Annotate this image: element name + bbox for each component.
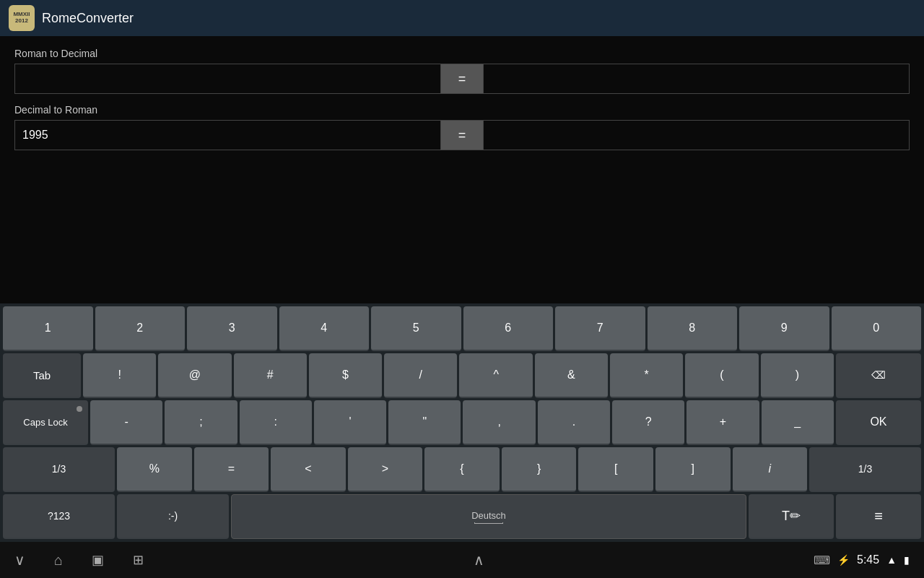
- key-9[interactable]: 9: [739, 306, 829, 351]
- usb-icon: ⚡: [837, 554, 850, 566]
- key-dollar[interactable]: $: [309, 353, 382, 398]
- nav-recent-icon[interactable]: ▣: [92, 552, 104, 568]
- roman-to-decimal-row: =: [14, 64, 910, 94]
- keyboard-row-symbols2: Caps Lock - ; : ' " , . ? + _ OK: [3, 400, 921, 445]
- decimal-output[interactable]: [484, 64, 910, 94]
- key-smiley[interactable]: :-): [117, 494, 229, 539]
- key-tab[interactable]: Tab: [3, 353, 81, 398]
- key-6[interactable]: 6: [463, 306, 554, 351]
- key-5[interactable]: 5: [371, 306, 461, 351]
- key-ok[interactable]: OK: [836, 400, 921, 445]
- key-star[interactable]: *: [610, 353, 683, 398]
- key-caret[interactable]: ^: [459, 353, 532, 398]
- key-amp[interactable]: &: [535, 353, 608, 398]
- key-1[interactable]: 1: [3, 306, 93, 351]
- key-at[interactable]: @: [158, 353, 231, 398]
- key-underscore[interactable]: _: [762, 400, 834, 445]
- keyboard-row-bottom: ?123 :-) Deutsch T✏ ≡: [3, 494, 921, 539]
- key-backspace[interactable]: ⌫: [836, 353, 921, 398]
- key-slash[interactable]: /: [384, 353, 457, 398]
- roman-equals-button[interactable]: =: [440, 64, 484, 94]
- nav-back-icon[interactable]: ∨: [14, 551, 25, 569]
- decimal-equals-button[interactable]: =: [440, 120, 484, 150]
- main-content: Roman to Decimal = Decimal to Roman =: [0, 36, 924, 303]
- decimal-to-roman-section: Decimal to Roman =: [14, 104, 910, 150]
- nav-center: ∧: [144, 551, 814, 569]
- wifi-icon: ▲: [886, 554, 897, 566]
- nav-bar: ∨ ⌂ ▣ ⊞ ∧ ⌨ ⚡ 5:45 ▲ ▮: [0, 542, 924, 578]
- key-text-edit[interactable]: T✏: [749, 494, 834, 539]
- keyboard-row-numbers: 1 2 3 4 5 6 7 8 9 0: [3, 306, 921, 351]
- spacebar-underline: [474, 522, 503, 524]
- spacebar-label: Deutsch: [471, 510, 506, 521]
- key-minus[interactable]: -: [90, 400, 162, 445]
- key-num-toggle[interactable]: ?123: [3, 494, 115, 539]
- key-hash[interactable]: #: [234, 353, 307, 398]
- nav-home-icon[interactable]: ⌂: [54, 552, 63, 569]
- key-lparen[interactable]: (: [685, 353, 758, 398]
- key-onethird-left[interactable]: 1/3: [3, 447, 115, 492]
- key-colon[interactable]: :: [240, 400, 312, 445]
- nav-up-icon[interactable]: ∧: [474, 551, 484, 569]
- roman-output[interactable]: [484, 120, 910, 150]
- roman-to-decimal-label: Roman to Decimal: [14, 48, 910, 59]
- keyboard-row-symbols3: 1/3 % = < > { } [ ] i 1/3: [3, 447, 921, 492]
- status-time: 5:45: [857, 553, 879, 566]
- app-title: RomeConverter: [42, 11, 134, 26]
- key-info[interactable]: i: [733, 447, 808, 492]
- key-quote[interactable]: ": [388, 400, 461, 445]
- key-rbracket[interactable]: ]: [655, 447, 731, 492]
- key-rparen[interactable]: ): [761, 353, 834, 398]
- nav-left: ∨ ⌂ ▣ ⊞: [14, 551, 144, 569]
- key-plus[interactable]: +: [687, 400, 759, 445]
- keyboard-area: 1 2 3 4 5 6 7 8 9 0 Tab ! @ # $ / ^ & * …: [0, 303, 924, 542]
- nav-qr-icon[interactable]: ⊞: [133, 552, 144, 568]
- key-percent[interactable]: %: [117, 447, 192, 492]
- key-lbracket[interactable]: [: [578, 447, 653, 492]
- key-equals[interactable]: =: [194, 447, 269, 492]
- key-capslock[interactable]: Caps Lock: [3, 400, 88, 445]
- nav-right: ⌨ ⚡ 5:45 ▲ ▮: [814, 553, 910, 567]
- decimal-to-roman-label: Decimal to Roman: [14, 104, 910, 116]
- key-question[interactable]: ?: [612, 400, 684, 445]
- roman-to-decimal-section: Roman to Decimal =: [14, 48, 910, 94]
- decimal-to-roman-row: =: [14, 120, 910, 150]
- title-bar: MMXII 2012 RomeConverter: [0, 0, 924, 36]
- keyboard-status-icon: ⌨: [814, 553, 830, 567]
- key-onethird-right[interactable]: 1/3: [809, 447, 921, 492]
- roman-input[interactable]: [14, 64, 440, 94]
- key-7[interactable]: 7: [555, 306, 645, 351]
- keyboard-row-symbols1: Tab ! @ # $ / ^ & * ( ) ⌫: [3, 353, 921, 398]
- key-2[interactable]: 2: [95, 306, 186, 351]
- key-8[interactable]: 8: [648, 306, 738, 351]
- key-rbrace[interactable]: }: [502, 447, 577, 492]
- key-greater[interactable]: >: [348, 447, 423, 492]
- key-clipboard[interactable]: ≡: [836, 494, 921, 539]
- key-lbrace[interactable]: {: [424, 447, 500, 492]
- key-less[interactable]: <: [271, 447, 346, 492]
- key-spacebar[interactable]: Deutsch: [231, 494, 746, 539]
- key-semicolon[interactable]: ;: [165, 400, 237, 445]
- key-4[interactable]: 4: [279, 306, 370, 351]
- key-comma[interactable]: ,: [463, 400, 535, 445]
- battery-icon: ▮: [904, 554, 910, 566]
- key-exclaim[interactable]: !: [83, 353, 156, 398]
- app-icon: MMXII 2012: [9, 5, 35, 31]
- key-apostrophe[interactable]: ': [314, 400, 386, 445]
- caps-lock-indicator: [77, 406, 82, 412]
- decimal-input[interactable]: [14, 120, 440, 150]
- key-period[interactable]: .: [538, 400, 610, 445]
- key-0[interactable]: 0: [832, 306, 922, 351]
- key-3[interactable]: 3: [187, 306, 277, 351]
